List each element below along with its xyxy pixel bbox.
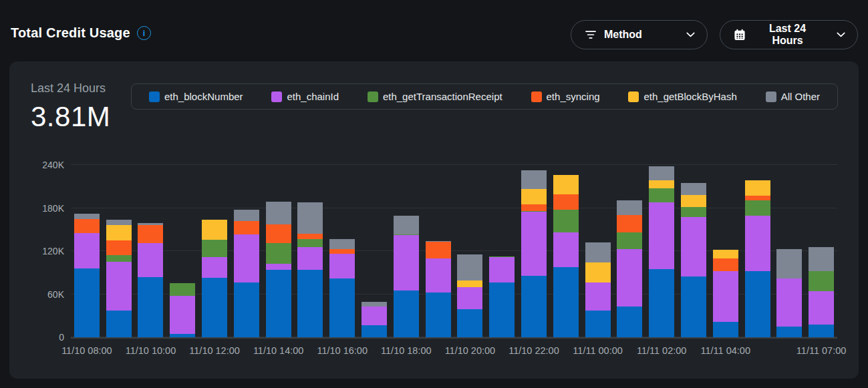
bar-11-10-13-00[interactable] (234, 165, 259, 337)
dashboard-page: Total Credit Usage i Method (0, 0, 868, 388)
bar-11-10-16-00[interactable] (329, 165, 355, 337)
bar-segment (234, 282, 259, 337)
bar-11-11-03-00[interactable] (681, 165, 706, 337)
bar-segment (426, 242, 451, 258)
title-row: Total Credit Usage i (11, 25, 151, 41)
legend-item[interactable]: eth_getBlockByHash (628, 91, 736, 102)
x-axis-tick: 11/10 22:00 (509, 345, 559, 356)
bar-11-10-15-00[interactable] (297, 165, 323, 337)
bar-segment (489, 257, 515, 283)
usage-chart: 060K120K180K240K 11/10 08:0011/10 10:001… (31, 158, 839, 365)
bar-segment (106, 311, 132, 337)
bar-segment (745, 271, 770, 337)
bar-segment (809, 271, 834, 291)
bar-11-10-22-00[interactable] (521, 165, 547, 337)
legend-label: eth_getBlockByHash (643, 91, 736, 102)
bar-11-10-10-00[interactable] (138, 165, 163, 337)
bar-segment (457, 309, 482, 337)
bar-11-10-11-00[interactable] (170, 165, 195, 337)
bar-11-10-23-00[interactable] (553, 165, 579, 337)
bar-slot (166, 165, 198, 337)
bar-segment (809, 247, 834, 272)
bar-segment (138, 243, 163, 277)
bar-segment (617, 249, 642, 307)
page-header: Total Credit Usage i Method (0, 0, 868, 61)
bar-segment (649, 180, 674, 189)
bar-11-11-02-00[interactable] (649, 165, 674, 337)
page-title: Total Credit Usage (11, 25, 130, 41)
y-axis-tick: 240K (31, 159, 64, 171)
legend-swatch-icon (766, 91, 776, 102)
bar-segment (553, 232, 579, 267)
bar-11-10-14-00[interactable] (266, 165, 291, 337)
bar-11-10-19-00[interactable] (426, 165, 451, 337)
y-axis-tick: 60K (31, 288, 64, 301)
bar-slot (454, 165, 486, 337)
bar-segment (266, 270, 291, 337)
info-icon[interactable]: i (137, 26, 151, 40)
bar-segment (521, 204, 547, 211)
bar-segment (553, 210, 579, 232)
x-axis-tick: 11/10 20:00 (445, 345, 496, 356)
method-filter-label: Method (604, 29, 642, 41)
chart-legend: eth_blockNumbereth_chainIdeth_getTransac… (131, 83, 838, 110)
bar-segment (585, 311, 611, 337)
bar-segment (138, 277, 163, 337)
time-range-button[interactable]: Last 24 Hours (720, 20, 858, 49)
bar-11-11-06-00[interactable] (776, 165, 802, 337)
bar-segment (74, 219, 100, 234)
bar-slot (518, 165, 550, 337)
bar-slot (295, 165, 327, 337)
bar-segment (457, 280, 482, 287)
bar-segment (106, 220, 132, 226)
bar-11-11-07-00[interactable] (809, 165, 834, 337)
plot-area: 060K120K180K240K (71, 165, 837, 339)
bar-segment (585, 262, 611, 282)
legend-item[interactable]: eth_getTransactionReceipt (368, 91, 502, 102)
y-axis-tick: 120K (31, 245, 64, 257)
bar-11-10-20-00[interactable] (457, 165, 482, 337)
bar-segment (649, 269, 674, 337)
bar-segment (234, 234, 259, 282)
bar-segment (361, 325, 387, 337)
legend-swatch-icon (628, 91, 639, 102)
bar-segment (649, 202, 674, 269)
legend-item[interactable]: All Other (766, 91, 820, 102)
bar-11-11-00-00[interactable] (585, 165, 611, 337)
usage-summary: Last 24 Hours 3.81M (31, 81, 110, 133)
bar-segment (681, 207, 706, 217)
bar-segment (521, 212, 547, 276)
bar-segment (617, 307, 642, 337)
bar-segment (329, 249, 355, 254)
bar-segment (521, 276, 547, 337)
bar-segment (553, 267, 579, 337)
bar-slot (678, 165, 710, 337)
legend-swatch-icon (271, 91, 282, 102)
legend-item[interactable]: eth_chainId (271, 91, 339, 102)
bar-segment (297, 202, 323, 234)
x-axis-tick: 11/11 04:00 (700, 345, 750, 356)
bar-segment (745, 200, 770, 216)
bar-11-10-12-00[interactable] (202, 165, 227, 337)
legend-item[interactable]: eth_blockNumber (149, 91, 243, 102)
bar-11-10-18-00[interactable] (394, 165, 419, 337)
bar-11-10-09-00[interactable] (106, 165, 132, 337)
bar-segment (170, 334, 195, 337)
bar-segment (681, 195, 706, 207)
method-filter-button[interactable]: Method (571, 20, 708, 49)
bar-segment (297, 234, 323, 239)
bar-11-10-21-00[interactable] (489, 165, 515, 337)
bar-11-10-08-00[interactable] (74, 165, 100, 337)
legend-item[interactable]: eth_syncing (531, 91, 600, 102)
bar-segment (234, 210, 259, 221)
bar-11-11-01-00[interactable] (617, 165, 642, 337)
bar-11-11-05-00[interactable] (745, 165, 770, 337)
bar-slot (103, 165, 135, 337)
bar-segment (713, 271, 738, 322)
bar-11-11-04-00[interactable] (713, 165, 738, 337)
bar-11-10-17-00[interactable] (361, 165, 387, 337)
bar-segment (681, 217, 706, 276)
chevron-down-icon (837, 32, 845, 37)
bar-segment (776, 327, 802, 337)
legend-label: eth_getTransactionReceipt (383, 91, 502, 102)
